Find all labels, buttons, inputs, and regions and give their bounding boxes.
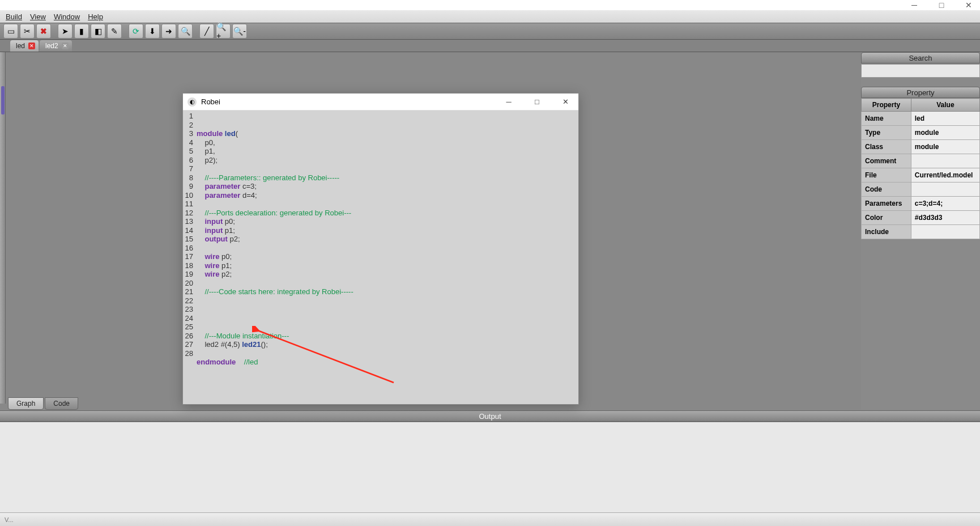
search-header: Search bbox=[861, 52, 980, 63]
property-row[interactable]: Nameled bbox=[862, 112, 980, 126]
prop-value[interactable]: #d3d3d3 bbox=[911, 211, 979, 225]
prop-key: File bbox=[862, 168, 911, 183]
pen-icon[interactable]: ✎ bbox=[107, 24, 122, 39]
right-panel: Search Property Property Value NameledTy… bbox=[861, 52, 980, 410]
prop-key: Include bbox=[862, 225, 911, 239]
zoom-out-icon[interactable]: 🔍- bbox=[232, 24, 247, 39]
col-value: Value bbox=[911, 99, 979, 112]
app-icon: ◐ bbox=[188, 97, 197, 107]
delete-icon[interactable]: ✖ bbox=[36, 24, 51, 39]
prop-value[interactable] bbox=[911, 183, 979, 197]
code-window-title: Robei bbox=[201, 97, 500, 106]
pointer-icon[interactable]: ➤ bbox=[58, 24, 73, 39]
minimize-button[interactable]: ─ bbox=[500, 97, 517, 106]
window-titlebar: ─ □ ✕ bbox=[0, 0, 980, 10]
tab-led[interactable]: led ✕ bbox=[10, 40, 39, 52]
property-row[interactable]: Include bbox=[862, 225, 980, 239]
tab-graph[interactable]: Graph bbox=[8, 397, 44, 410]
prop-value[interactable]: module bbox=[911, 126, 979, 140]
prop-key: Name bbox=[862, 112, 911, 126]
prop-value[interactable]: c=3;d=4; bbox=[911, 197, 979, 211]
new-icon[interactable]: ▭ bbox=[3, 24, 18, 39]
menu-build[interactable]: Build bbox=[6, 12, 22, 21]
export-icon[interactable]: ➜ bbox=[161, 24, 176, 39]
tab-label: led2 bbox=[45, 42, 58, 50]
prop-key: Type bbox=[862, 126, 911, 140]
minimize-button[interactable]: ─ bbox=[906, 1, 922, 10]
property-row[interactable]: Parametersc=3;d=4; bbox=[862, 197, 980, 211]
code-window: ◐ Robei ─ □ ✕ 12345678910111213141516171… bbox=[182, 93, 579, 405]
property-header: Property bbox=[861, 87, 980, 98]
maximize-button[interactable]: □ bbox=[529, 97, 546, 106]
prop-value[interactable] bbox=[911, 154, 979, 168]
close-icon[interactable]: ✕ bbox=[28, 43, 35, 49]
search-input[interactable] bbox=[861, 64, 980, 78]
toolbar: ▭ ✂ ✖ ➤ ▮ ◧ ✎ ⟳ ⬇ ➜ 🔍 ╱ 🔍+ 🔍- bbox=[0, 23, 980, 40]
prop-key: Class bbox=[862, 140, 911, 154]
tab-code[interactable]: Code bbox=[45, 397, 78, 410]
prop-key: Comment bbox=[862, 154, 911, 168]
download-icon[interactable]: ⬇ bbox=[145, 24, 160, 39]
prop-key: Parameters bbox=[862, 197, 911, 211]
tab-led2[interactable]: led2 ✕ bbox=[40, 40, 72, 52]
workspace: Graph Code Output V... Search Property P… bbox=[0, 52, 980, 526]
output-header: Output bbox=[0, 410, 980, 422]
property-row[interactable]: Classmodule bbox=[862, 140, 980, 154]
property-row[interactable]: Comment bbox=[862, 154, 980, 168]
bottom-tab-bar: Graph Code bbox=[8, 397, 78, 410]
property-row[interactable]: Code bbox=[862, 183, 980, 197]
prop-key: Color bbox=[862, 211, 911, 225]
prop-value[interactable] bbox=[911, 225, 979, 239]
output-area[interactable] bbox=[0, 422, 980, 512]
prop-value[interactable]: Current/led.model bbox=[911, 168, 979, 183]
menu-window[interactable]: Window bbox=[54, 12, 80, 21]
property-row[interactable]: Typemodule bbox=[862, 126, 980, 140]
property-table: Property Value NameledTypemoduleClassmod… bbox=[861, 98, 980, 239]
menubar: Build View Window Help bbox=[0, 10, 980, 23]
zoom-in-icon[interactable]: 🔍+ bbox=[216, 24, 231, 39]
col-property: Property bbox=[862, 99, 911, 112]
status-bar: V... bbox=[0, 512, 980, 526]
property-row[interactable]: Color#d3d3d3 bbox=[862, 211, 980, 225]
menu-view[interactable]: View bbox=[30, 12, 46, 21]
eraser-icon[interactable]: ◧ bbox=[91, 24, 105, 39]
line-gutter: 1234567891011121314151617181920212223242… bbox=[183, 111, 195, 404]
prop-key: Code bbox=[862, 183, 911, 197]
refresh-icon[interactable]: ⟳ bbox=[129, 24, 143, 39]
code-editor[interactable]: 1234567891011121314151617181920212223242… bbox=[183, 111, 578, 404]
close-icon[interactable]: ✕ bbox=[62, 43, 69, 49]
code-content[interactable]: module led( p0, p1, p2); //----Parameter… bbox=[195, 111, 578, 404]
close-button[interactable]: ✕ bbox=[557, 97, 574, 106]
property-row[interactable]: FileCurrent/led.model bbox=[862, 168, 980, 183]
left-gutter bbox=[0, 52, 6, 404]
tab-label: led bbox=[16, 42, 25, 50]
search-icon[interactable]: 🔍 bbox=[178, 24, 193, 39]
close-button[interactable]: ✕ bbox=[961, 1, 977, 10]
chip-icon[interactable]: ▮ bbox=[74, 24, 89, 39]
prop-value[interactable]: module bbox=[911, 140, 979, 154]
prop-value[interactable]: led bbox=[911, 112, 979, 126]
tab-bar: led ✕ led2 ✕ bbox=[0, 40, 980, 52]
maximize-button[interactable]: □ bbox=[934, 1, 949, 10]
cut-icon[interactable]: ✂ bbox=[20, 24, 35, 39]
menu-help[interactable]: Help bbox=[88, 12, 103, 21]
code-window-titlebar[interactable]: ◐ Robei ─ □ ✕ bbox=[183, 94, 578, 111]
line-icon[interactable]: ╱ bbox=[199, 24, 214, 39]
